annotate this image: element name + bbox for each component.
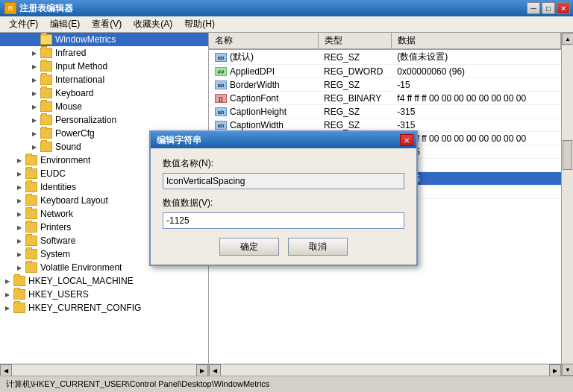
cell-name: []CaptionFont <box>209 92 318 105</box>
tree-item-label: International <box>55 75 104 85</box>
minimize-button[interactable]: ─ <box>527 2 540 14</box>
arrow-icon: ▶ <box>30 89 39 98</box>
data-label: 数值数据(V): <box>163 197 404 209</box>
tree-item-label: EUDC <box>40 168 66 179</box>
cell-type: REG_SZ <box>318 118 391 132</box>
folder-icon <box>13 276 25 286</box>
tree-item-hku[interactable]: ▶ HKEY_USERS <box>0 288 208 301</box>
maximize-button[interactable]: □ <box>542 2 555 14</box>
tree-item-label: Mouse <box>55 101 82 112</box>
title-bar: R 注册表编辑器 ─ □ ✕ <box>0 0 573 16</box>
cell-type: REG_SZ <box>318 49 391 65</box>
hscrollbar-track[interactable] <box>12 364 196 376</box>
menu-favorites[interactable]: 收藏夹(A) <box>128 16 178 32</box>
folder-icon <box>40 34 52 45</box>
scroll-left-btn[interactable]: ◀ <box>0 364 12 376</box>
tree-item-label: HKEY_LOCAL_MACHINE <box>28 276 134 286</box>
tree-item-keyboard[interactable]: ▶ Keyboard <box>0 86 208 100</box>
tree-item-label: HKEY_USERS <box>28 289 89 300</box>
tree-item-personalization[interactable]: ▶ Personalization <box>0 113 208 127</box>
table-row[interactable]: abCaptionWidth REG_SZ -315 <box>209 118 561 132</box>
tree-item-label: System <box>40 249 70 259</box>
col-type: 类型 <box>318 33 391 49</box>
tree-item-hklm[interactable]: ▶ HKEY_LOCAL_MACHINE <box>0 274 208 288</box>
dialog-body: 数值名称(N): 数值数据(V): 确定 取消 <box>151 148 416 265</box>
close-button[interactable]: ✕ <box>557 2 570 14</box>
arrow-icon: ▶ <box>15 196 24 205</box>
vscrollbar-track[interactable] <box>562 45 573 364</box>
arrow-icon: ▶ <box>15 209 24 218</box>
tree-item-label: Volatile Environment <box>40 262 122 273</box>
title-controls: ─ □ ✕ <box>527 2 570 14</box>
window-title: 注册表编辑器 <box>19 2 73 15</box>
menu-edit[interactable]: 编辑(E) <box>44 16 86 32</box>
arrow-icon: ▶ <box>3 303 12 312</box>
scroll-right-btn[interactable]: ▶ <box>549 364 561 376</box>
reg-type-icon: ab <box>215 80 227 89</box>
tree-item-label: HKEY_CURRENT_CONFIG <box>28 303 141 313</box>
col-name: 名称 <box>209 33 318 49</box>
table-row[interactable]: ab(默认) REG_SZ (数值未设置) <box>209 49 561 65</box>
menu-file[interactable]: 文件(F) <box>3 16 44 32</box>
arrow-icon: ▶ <box>15 223 24 232</box>
arrow-icon: ▶ <box>30 142 39 151</box>
folder-icon <box>25 262 37 273</box>
arrow-icon: ▶ <box>3 276 12 285</box>
reg-type-icon: ## <box>215 67 227 76</box>
folder-icon <box>25 155 37 165</box>
scroll-right-btn[interactable]: ▶ <box>196 364 208 376</box>
vscrollbar-thumb[interactable] <box>563 140 572 170</box>
table-row[interactable]: abBorderWidth REG_SZ -15 <box>209 78 561 92</box>
reg-type-icon: [] <box>215 94 227 103</box>
name-input[interactable] <box>163 173 404 189</box>
cell-name: abCaptionWidth <box>209 118 318 132</box>
dialog-close-button[interactable]: ✕ <box>400 134 413 146</box>
hscrollbar-track[interactable] <box>221 364 549 376</box>
data-input[interactable] <box>163 212 404 229</box>
menu-help[interactable]: 帮助(H) <box>178 16 221 32</box>
cancel-button[interactable]: 取消 <box>288 238 348 256</box>
tree-hscrollbar[interactable]: ◀ ▶ <box>0 364 208 376</box>
cell-name: ##AppliedDPI <box>209 65 318 78</box>
table-row[interactable]: ##AppliedDPI REG_DWORD 0x00000060 (96) <box>209 65 561 78</box>
tree-item-international[interactable]: ▶ International <box>0 73 208 86</box>
right-vscrollbar[interactable]: ▲ ▼ <box>561 33 573 376</box>
table-row[interactable]: abCaptionHeight REG_SZ -315 <box>209 105 561 118</box>
tree-item-windowmetrics[interactable]: WindowMetrics <box>0 33 208 46</box>
cell-type: REG_SZ <box>318 105 391 118</box>
cell-data: -315 <box>391 118 560 132</box>
menu-bar: 文件(F) 编辑(E) 查看(V) 收藏夹(A) 帮助(H) <box>0 16 573 33</box>
status-text: 计算机\HKEY_CURRENT_USER\Control Panel\Desk… <box>6 379 269 390</box>
tree-item-label: Environment <box>40 155 90 165</box>
edit-string-dialog: 编辑字符串 ✕ 数值名称(N): 数值数据(V): 确定 取消 <box>149 130 418 266</box>
cell-name: abCaptionHeight <box>209 105 318 118</box>
arrow-icon: ▶ <box>15 250 24 259</box>
folder-icon <box>25 235 37 246</box>
folder-icon <box>40 48 52 58</box>
tree-item-label: Identities <box>40 182 76 192</box>
tree-item-label: Input Method <box>55 61 107 72</box>
tree-item-label: Printers <box>40 222 71 233</box>
right-hscrollbar[interactable]: ◀ ▶ <box>209 364 561 376</box>
tree-item-mouse[interactable]: ▶ Mouse <box>0 100 208 113</box>
table-row[interactable]: []CaptionFont REG_BINARY f4 ff ff ff 00 … <box>209 92 561 105</box>
arrow-icon: ▶ <box>30 62 39 71</box>
tree-item-inputmethod[interactable]: ▶ Input Method <box>0 60 208 73</box>
menu-view[interactable]: 查看(V) <box>86 16 128 32</box>
scroll-down-btn[interactable]: ▼ <box>562 364 573 376</box>
scroll-left-btn[interactable]: ◀ <box>209 364 221 376</box>
title-bar-left: R 注册表编辑器 <box>4 2 73 15</box>
folder-icon <box>25 168 37 179</box>
folder-icon <box>40 61 52 72</box>
arrow-icon: ▶ <box>15 236 24 245</box>
tree-item-infrared[interactable]: ▶ Infrared <box>0 46 208 60</box>
scroll-up-btn[interactable]: ▲ <box>562 33 573 45</box>
ok-button[interactable]: 确定 <box>219 238 279 256</box>
cell-type: REG_DWORD <box>318 65 391 78</box>
tree-item-hkcc[interactable]: ▶ HKEY_CURRENT_CONFIG <box>0 301 208 314</box>
folder-icon <box>25 222 37 233</box>
folder-icon <box>25 249 37 259</box>
arrow-icon: ▶ <box>15 156 24 165</box>
data-field: 数值数据(V): <box>163 197 404 229</box>
arrow-icon: ▶ <box>30 129 39 138</box>
